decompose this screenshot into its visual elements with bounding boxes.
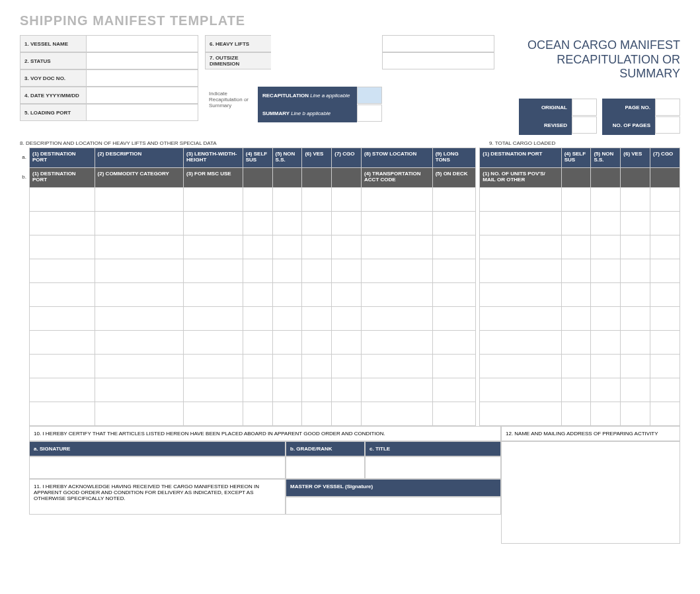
field-vessel-label: 1. VESSEL NAME [20, 35, 86, 52]
sig-c-label: c. TITLE [365, 441, 501, 456]
field-voydoc-label: 3. VOY DOC NO. [20, 69, 86, 87]
hdr-a-ves: (6) VES [302, 148, 332, 167]
hdr-a-dest2: (1) DESTINATION PORT [480, 148, 561, 167]
hdr-b-e7 [621, 167, 650, 187]
field-outsize-value[interactable] [382, 52, 494, 69]
table-row [30, 187, 680, 211]
field-date-value[interactable] [86, 87, 198, 104]
hdr-b-ondeck: (5) ON DECK [432, 167, 475, 187]
sig-b-field[interactable] [286, 456, 365, 479]
field-loading-label: 5. LOADING PORT [20, 104, 86, 121]
recap-a-check[interactable] [357, 87, 382, 104]
hdr-a-nonss2: (5) NON S.S. [591, 148, 621, 167]
recap-a-label: RECAPITULATION Line a applicable [258, 87, 357, 105]
recap-b-check[interactable] [357, 105, 382, 122]
sig-a-field[interactable] [29, 456, 286, 479]
hdr-b-e4 [332, 167, 362, 187]
recap-box: RECAPITULATION Line a applicable SUMMARY… [258, 87, 382, 122]
hdr-a-dest: (1) DESTINATION PORT [30, 148, 95, 167]
sig-b-label: b. GRADE/RANK [286, 441, 365, 456]
cargo-table: (1) DESTINATION PORT (2) DESCRIPTION (3)… [29, 148, 680, 426]
field-loading-value[interactable] [86, 104, 198, 121]
table-row [30, 282, 680, 306]
hdr-b-units: (1) NO. OF UNITS POV'S/ MAIL OR OTHER [480, 167, 561, 187]
sig-a-label: a. SIGNATURE [29, 441, 286, 456]
table-body [30, 187, 680, 425]
field-heavylifts-value[interactable] [382, 35, 494, 52]
table-row [30, 211, 680, 235]
footer-left: 10. I HEREBY CERTIFY THAT THE ARTICLES L… [29, 426, 501, 544]
header-row-b: (1) DESTINATION PORT (2) COMMODITY CATEG… [30, 167, 680, 187]
hdr-a-cgo: (7) CGO [332, 148, 362, 167]
hdr-b-e2 [272, 167, 302, 187]
nopages-value[interactable] [655, 116, 680, 134]
hdr-a-selfsus2: (4) SELF SUS [561, 148, 591, 167]
hdr-a-stow: (8) STOW LOCATION [362, 148, 433, 167]
header-row-a: (1) DESTINATION PORT (2) DESCRIPTION (3)… [30, 148, 680, 167]
hdr-b-e8 [650, 167, 680, 187]
hdr-a-lwh: (3) LENGTH-WIDTH-HEIGHT [184, 148, 243, 167]
hdr-a-cgo2: (7) CGO [650, 148, 680, 167]
table-row [30, 330, 680, 354]
section-9-label: 9. TOTAL CARGO LOADED [489, 140, 680, 146]
table-row [30, 378, 680, 402]
addr-field[interactable] [501, 441, 680, 544]
section-labels: 8. DESCRIPTION AND LOCATION OF HEAVY LIF… [20, 140, 680, 146]
master-label: MASTER OF VESSEL (Signature) [286, 479, 501, 497]
hdr-a-longtons: (9) LONG TONS [432, 148, 475, 167]
revised-value[interactable] [572, 116, 597, 134]
original-label: ORIGINAL [519, 99, 572, 117]
hdr-a-nonss: (5) NON S.S. [272, 148, 302, 167]
header-fields: 1. VESSEL NAME 2. STATUS 3. VOY DOC NO. … [20, 35, 494, 135]
table-row [30, 235, 680, 259]
table-row [30, 354, 680, 378]
sig-c-field[interactable] [365, 456, 501, 479]
table-row [30, 402, 680, 425]
ack-text: 11. I HEREBY ACKNOWLEDGE HAVING RECEIVED… [29, 479, 286, 515]
indicate-text: Indicate Recapitulation or Summary [205, 87, 258, 121]
hdr-a-desc: (2) DESCRIPTION [95, 148, 183, 167]
revised-label: REVISED [519, 116, 572, 135]
recap-b-label: SUMMARY Line b applicable [258, 105, 357, 122]
table-row [30, 306, 680, 330]
hdr-b-e5 [561, 167, 591, 187]
footer-right: 12. NAME AND MAILING ADDRESS OF PREPARIN… [501, 426, 680, 544]
row-a-label: a. [20, 148, 29, 167]
original-value[interactable] [572, 99, 597, 116]
hdr-b-commodity: (2) COMMODITY CATEGORY [95, 167, 183, 187]
pageno-value[interactable] [655, 99, 680, 116]
main-table-wrap: a. b. (1) DESTINATION PORT (2) DESCRIPTI… [20, 148, 680, 426]
page-title: SHIPPING MANIFEST TEMPLATE [20, 13, 680, 28]
field-status-label: 2. STATUS [20, 52, 86, 69]
hdr-a-ves2: (6) VES [621, 148, 650, 167]
field-heavylifts-label: 6. HEAVY LIFTS [205, 35, 271, 52]
hdr-b-e1 [243, 167, 272, 187]
field-status-value[interactable] [86, 52, 198, 69]
doc-info: ORIGINAL REVISED PAGE NO. NO. OF PAGES [508, 99, 680, 135]
document-title: OCEAN CARGO MANIFEST RECAPITULATION OR S… [508, 35, 680, 135]
pageno-label: PAGE NO. [602, 99, 655, 117]
hdr-b-e3 [302, 167, 332, 187]
hdr-b-tac: (4) TRANSPORTATION ACCT CODE [362, 167, 433, 187]
footer: 10. I HEREBY CERTIFY THAT THE ARTICLES L… [29, 426, 680, 544]
field-outsize-label: 7. OUTSIZE DIMENSION [205, 52, 271, 69]
top-section: 1. VESSEL NAME 2. STATUS 3. VOY DOC NO. … [20, 35, 680, 135]
hdr-a-selfsus: (4) SELF SUS [243, 148, 272, 167]
section-8-label: 8. DESCRIPTION AND LOCATION OF HEAVY LIF… [20, 140, 489, 146]
field-date-label: 4. DATE YYYY/MM/DD [20, 87, 86, 104]
table-row [30, 259, 680, 282]
master-sig-field[interactable] [286, 497, 501, 515]
hdr-b-e6 [591, 167, 621, 187]
nopages-label: NO. OF PAGES [602, 116, 655, 135]
hdr-b-dest: (1) DESTINATION PORT [30, 167, 95, 187]
certify-text: 10. I HEREBY CERTIFY THAT THE ARTICLES L… [29, 426, 501, 441]
row-b-label: b. [20, 167, 29, 187]
field-voydoc-value[interactable] [86, 69, 198, 87]
field-vessel-value[interactable] [86, 35, 198, 52]
hdr-b-msc: (3) FOR MSC USE [184, 167, 243, 187]
addr-label: 12. NAME AND MAILING ADDRESS OF PREPARIN… [501, 426, 680, 441]
